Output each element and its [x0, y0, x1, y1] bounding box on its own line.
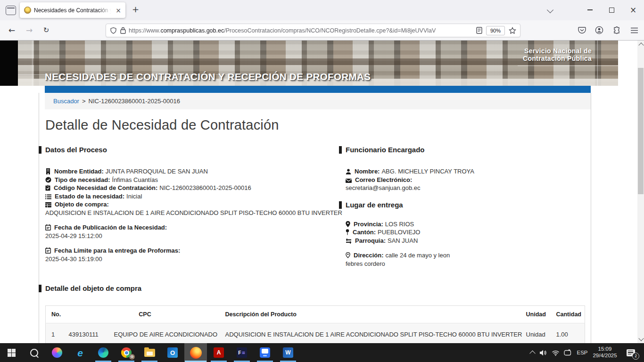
map-marker-icon	[346, 221, 350, 227]
firefox-icon	[190, 347, 202, 359]
scrollbar-thumb[interactable]	[638, 68, 644, 194]
cell-no: 1	[46, 323, 67, 344]
reader-mode-icon[interactable]	[476, 27, 482, 34]
field-label: Fecha Límite para la entrega de Proforma…	[54, 247, 180, 254]
col-header-no: No.	[46, 306, 67, 323]
taskbar-start-button[interactable]	[0, 343, 23, 362]
taskbar-file-explorer-button[interactable]	[138, 343, 161, 362]
cell-unidad: Unidad	[524, 323, 554, 344]
check-circle-icon	[45, 177, 51, 183]
section-heading: Lugar de entrega	[346, 201, 592, 209]
outlook-icon: O	[167, 347, 178, 358]
word-icon: W	[283, 347, 293, 358]
col-header-cantidad: Cantidad	[554, 306, 585, 323]
taskbar-search-button[interactable]	[23, 343, 45, 362]
banner-grid-line	[518, 66, 618, 66]
calendar-icon	[45, 224, 51, 230]
taskbar-outlook-button[interactable]: O	[161, 343, 184, 362]
lock-icon[interactable]	[120, 27, 126, 34]
tray-language-indicator[interactable]: ESP	[574, 343, 590, 362]
window-restore-button[interactable]	[601, 0, 622, 20]
field-value: ABG. MICHELLY PINCAY TROYA	[381, 168, 474, 175]
taskbar-blue-f-app-button[interactable]	[254, 343, 276, 362]
location-pin-icon	[346, 252, 350, 258]
new-tab-button[interactable]: +	[132, 4, 139, 14]
forward-button[interactable]: →	[22, 24, 36, 37]
cell-cpc-nombre: EQUIPO DE AIRE ACONDICIONADO	[112, 323, 223, 344]
section-heading-text: Detalle del objeto de compra	[45, 284, 141, 292]
url-bar[interactable]: https://www.compraspublicas.gob.ec/Proce…	[106, 24, 520, 37]
field-value: SAN JUAN	[388, 237, 418, 244]
taskbar-word-button[interactable]: W	[277, 343, 299, 362]
bookmark-star-icon[interactable]	[509, 27, 516, 34]
section-heading-text: Datos del Proceso	[45, 146, 107, 154]
tray-volume-button[interactable]	[537, 343, 549, 362]
window-minimize-button[interactable]	[579, 0, 601, 20]
cell-cpc-codigo: 439130111	[67, 323, 112, 344]
minimize-icon	[587, 9, 593, 10]
section-heading-text: Lugar de entrega	[346, 201, 403, 209]
tray-clock[interactable]: 15:09 29/4/2025	[590, 343, 619, 362]
fes-letter: F	[238, 350, 241, 355]
field-codigo-necesidad: Código Necesidad de Contratación:NIC-126…	[45, 184, 328, 192]
account-icon[interactable]	[592, 24, 607, 37]
page-scrollbar[interactable]	[637, 41, 644, 343]
field-label: Código Necesidad de Contratación:	[54, 184, 157, 191]
taskbar-edge-button[interactable]	[92, 343, 115, 362]
tray-notifications-button[interactable]: 2	[621, 343, 640, 362]
tray-show-hidden-icons-button[interactable]	[527, 343, 537, 362]
field-label: Nombre Entidad:	[54, 168, 104, 175]
section-marker-icon	[339, 201, 342, 209]
zoom-level-chip[interactable]: 90%	[486, 26, 505, 35]
screen: Necesidades de Contratación y × + × ← → …	[0, 0, 644, 362]
field-label: Provincia:	[354, 221, 383, 228]
section-marker-icon	[39, 146, 41, 154]
back-button[interactable]: ←	[5, 24, 19, 37]
field-label: Dirección:	[354, 252, 384, 259]
detalle-objeto-table: No. CPC Descripción del Producto Unidad …	[45, 305, 585, 343]
window-close-button[interactable]: ×	[622, 0, 644, 20]
pocket-icon[interactable]	[574, 24, 589, 37]
field-label: Estado de la necesidad:	[55, 193, 124, 200]
field-correo-label: Correo Electrónico:	[346, 176, 592, 184]
tray-time: 15:09	[590, 346, 619, 352]
field-label: Parroquia:	[355, 237, 386, 244]
page-viewport: Servicio Nacional de Contratación Públic…	[0, 41, 637, 343]
browser-tab[interactable]: Necesidades de Contratación y ×	[20, 2, 125, 18]
funcionario-items: Nombre:ABG. MICHELLY PINCAY TROYA Correo…	[346, 167, 592, 192]
hamburger-menu-icon[interactable]	[627, 24, 642, 37]
banner-grid-line	[32, 41, 33, 86]
tray-date: 29/4/2025	[590, 352, 619, 359]
taskbar-acrobat-button[interactable]: A	[207, 343, 230, 362]
field-value: NIC-1260023860001-2025-00016	[159, 184, 251, 191]
tray-network-button[interactable]	[550, 343, 561, 362]
field-label: Fecha de Publicación de la Necesidad:	[54, 224, 167, 231]
field-value: Inicial	[126, 193, 142, 200]
chrome-profile-badge: G	[129, 354, 135, 360]
extensions-puzzle-icon[interactable]	[609, 24, 624, 37]
lugar-items: Provincia:LOS RIOS Cantón:PUEBLOVIEJO Pa…	[346, 220, 592, 268]
section-heading-text: Funcionario Encargado	[346, 146, 425, 154]
field-fecha-publicacion-label: Fecha de Publicación de la Necesidad:	[45, 223, 328, 232]
list-tabs-chevron-icon[interactable]	[547, 7, 553, 13]
folder-icon	[144, 349, 155, 357]
field-estado-necesidad: Estado de la necesidad:Inicial	[45, 192, 328, 201]
field-label: Cantón:	[353, 229, 376, 236]
tab-close-icon[interactable]: ×	[116, 7, 121, 14]
tray-meet-now-button[interactable]	[562, 343, 573, 362]
taskbar-chrome-button[interactable]: G	[115, 343, 138, 362]
reload-button[interactable]: ↻	[39, 24, 53, 37]
taskbar-firefox-button[interactable]	[184, 343, 207, 362]
url-path: /ProcesoContratacion/compras/NCO/NCORegi…	[224, 27, 436, 34]
tracking-shield-icon[interactable]	[110, 27, 117, 34]
banner-left-margin	[0, 41, 18, 86]
list-icon	[45, 194, 51, 199]
taskbar-copilot-button[interactable]	[46, 343, 68, 362]
firefox-view-icon[interactable]	[6, 6, 16, 15]
section-marker-icon	[339, 146, 342, 154]
banner-heading: NECESIDADES DE CONTRATACIÓN Y RECEPCIÓN …	[45, 71, 371, 82]
taskbar-internet-explorer-button[interactable]: e	[69, 343, 91, 362]
taskbar-fes-app-button[interactable]: F≡	[231, 343, 253, 362]
scrollbar-down-arrow-icon[interactable]	[638, 336, 644, 341]
scrollbar-up-arrow-icon[interactable]	[638, 42, 644, 48]
